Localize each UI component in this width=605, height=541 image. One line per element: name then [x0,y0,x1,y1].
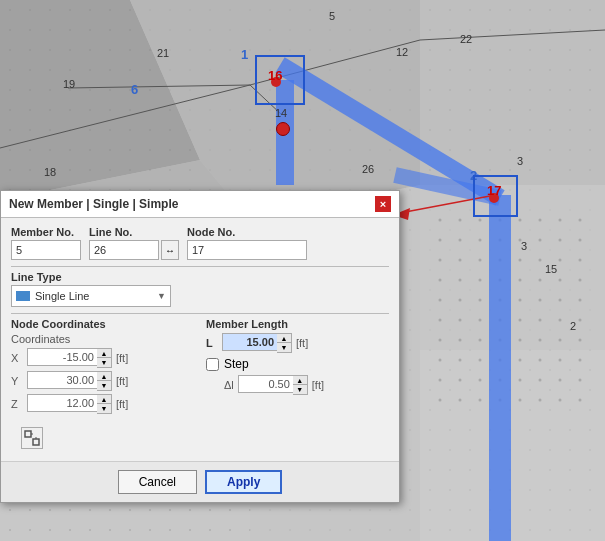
line-type-icon [16,291,30,301]
step-checkbox[interactable] [206,358,219,371]
line-no-browse-button[interactable]: ↔ [161,240,179,260]
y-input[interactable] [27,371,97,389]
member-no-input[interactable] [11,240,81,260]
svg-point-22 [439,259,442,262]
divider-1 [11,266,389,267]
svg-point-36 [559,279,562,282]
svg-point-61 [579,339,582,342]
l-spin-up[interactable]: ▲ [277,334,291,343]
svg-point-31 [459,279,462,282]
node-label-6: 6 [131,82,138,97]
dialog-body: Member No. Line No. ↔ Node No. Line Type [1,218,399,461]
svg-point-71 [459,379,462,382]
svg-point-78 [439,399,442,402]
node-coords-label: Node Coordinates [11,318,196,330]
icon-bar [11,423,389,453]
svg-point-74 [519,379,522,382]
x-spin-up[interactable]: ▲ [97,349,111,358]
member-no-group: Member No. [11,226,81,260]
svg-point-14 [439,239,442,242]
z-coord-row: Z ▲ ▼ [ft] [11,394,196,414]
svg-point-8 [479,219,482,222]
node-label-26: 26 [362,163,374,175]
new-member-dialog: New Member | Single | Simple × Member No… [0,190,400,503]
svg-point-66 [519,359,522,362]
svg-point-16 [479,239,482,242]
svg-point-24 [479,259,482,262]
line-no-input[interactable] [89,240,159,260]
divider-2 [11,313,389,314]
member-length-section: Member Length L ▲ ▼ [ft] Step [206,318,389,417]
z-spin-down[interactable]: ▼ [97,404,111,413]
node-coords-section: Node Coordinates Coordinates X ▲ ▼ [ft] … [11,318,196,417]
line-no-group: Line No. ↔ [89,226,179,260]
svg-point-82 [519,399,522,402]
l-spin-down[interactable]: ▼ [277,343,291,352]
z-input[interactable] [27,394,97,412]
line-type-dropdown[interactable]: Single Line ▼ [11,285,171,307]
line-type-group: Line Type Single Line ▼ [11,271,171,307]
x-spinner-buttons: ▲ ▼ [97,348,112,368]
x-spin-down[interactable]: ▼ [97,358,111,367]
snap-icon-button[interactable] [21,427,43,449]
dialog-close-button[interactable]: × [375,196,391,212]
svg-point-37 [579,279,582,282]
svg-point-42 [519,299,522,302]
two-col-section: Node Coordinates Coordinates X ▲ ▼ [ft] … [11,318,389,417]
z-unit: [ft] [116,398,128,410]
x-coord-row: X ▲ ▼ [ft] [11,348,196,368]
node-label-3: 3 [517,155,523,167]
node-label-15: 15 [545,263,557,275]
svg-rect-100 [33,439,39,445]
cancel-button[interactable]: Cancel [118,470,197,494]
x-input[interactable] [27,348,97,366]
delta-spin-up[interactable]: ▲ [293,376,307,385]
l-input[interactable] [222,333,277,351]
y-spinner-buttons: ▲ ▼ [97,371,112,391]
svg-point-39 [459,299,462,302]
node-label-19: 19 [63,78,75,90]
y-spin-up[interactable]: ▲ [97,372,111,381]
line-no-label: Line No. [89,226,179,238]
z-spin-up[interactable]: ▲ [97,395,111,404]
svg-point-19 [539,239,542,242]
x-label: X [11,352,23,364]
svg-point-48 [479,319,482,322]
delta-spin-down[interactable]: ▼ [293,385,307,394]
svg-point-28 [559,259,562,262]
snap-icon [24,430,40,446]
y-spin-down[interactable]: ▼ [97,381,111,390]
svg-point-67 [539,359,542,362]
svg-point-69 [579,359,582,362]
dialog-titlebar: New Member | Single | Simple × [1,191,399,218]
z-label: Z [11,398,23,410]
svg-point-29 [579,259,582,262]
svg-point-51 [539,319,542,322]
l-spinner-buttons: ▲ ▼ [277,333,292,353]
z-spinner-buttons: ▲ ▼ [97,394,112,414]
node-label-21: 21 [157,47,169,59]
y-unit: [ft] [116,375,128,387]
svg-point-47 [459,319,462,322]
node-label-12: 12 [396,46,408,58]
node-no-input[interactable] [187,240,307,260]
svg-marker-5 [420,185,605,541]
svg-point-70 [439,379,442,382]
z-input-spinner: ▲ ▼ [27,394,112,414]
svg-point-7 [459,219,462,222]
selection-box-2 [473,175,518,217]
button-row: Cancel Apply [1,461,399,502]
svg-point-38 [439,299,442,302]
svg-point-30 [439,279,442,282]
svg-point-52 [559,319,562,322]
svg-point-44 [559,299,562,302]
delta-l-input[interactable] [238,375,293,393]
svg-point-12 [559,219,562,222]
apply-button[interactable]: Apply [205,470,282,494]
svg-rect-99 [25,431,31,437]
svg-point-54 [439,339,442,342]
svg-point-64 [479,359,482,362]
step-label: Step [224,357,249,371]
svg-point-55 [459,339,462,342]
dropdown-arrow-icon: ▼ [157,291,166,301]
